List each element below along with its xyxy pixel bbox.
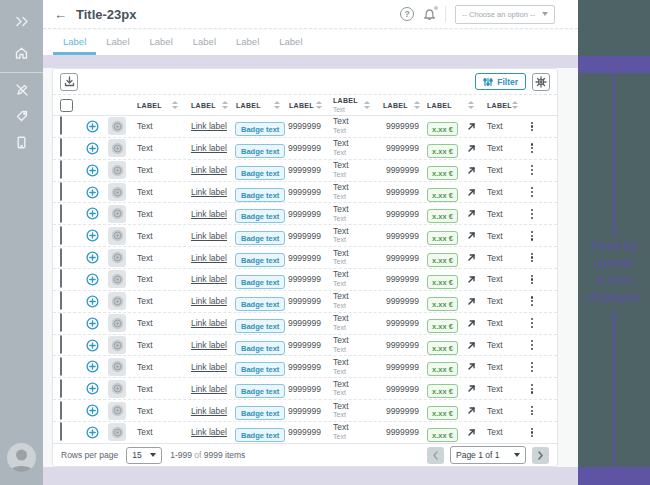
row-menu-button[interactable] — [531, 384, 533, 394]
select-all-checkbox[interactable] — [60, 99, 73, 112]
row-checkbox[interactable] — [60, 248, 62, 267]
add-row-button[interactable] — [86, 164, 99, 177]
open-link-button[interactable] — [467, 297, 476, 306]
cell-link[interactable]: Link label — [183, 340, 233, 350]
tab-2[interactable]: Label — [96, 30, 139, 55]
open-link-button[interactable] — [467, 188, 476, 197]
cell-link[interactable]: Link label — [183, 274, 233, 284]
sidebar-expand-button[interactable] — [0, 8, 43, 34]
sort-icon[interactable] — [316, 101, 322, 109]
sort-icon[interactable] — [414, 101, 420, 109]
open-link-button[interactable] — [467, 362, 476, 371]
row-checkbox[interactable] — [60, 313, 62, 332]
sidebar-item-home[interactable] — [0, 40, 43, 66]
row-menu-button[interactable] — [531, 406, 533, 416]
cell-link[interactable]: Link label — [183, 143, 233, 153]
cell-link[interactable]: Link label — [183, 318, 233, 328]
open-link-button[interactable] — [467, 319, 476, 328]
sort-icon[interactable] — [468, 101, 474, 109]
notifications-bell-icon[interactable] — [423, 7, 436, 21]
row-checkbox[interactable] — [60, 160, 62, 179]
cell-link[interactable]: Link label — [183, 296, 233, 306]
tab-3[interactable]: Label — [140, 30, 183, 55]
row-menu-button[interactable] — [531, 165, 533, 175]
tab-5[interactable]: Label — [226, 30, 269, 55]
sort-icon[interactable] — [274, 101, 280, 109]
row-checkbox[interactable] — [60, 204, 62, 223]
row-checkbox[interactable] — [60, 422, 62, 441]
row-checkbox[interactable] — [60, 335, 62, 354]
add-row-button[interactable] — [86, 317, 99, 330]
open-link-button[interactable] — [467, 231, 476, 240]
row-checkbox[interactable] — [60, 116, 62, 135]
download-button[interactable] — [60, 73, 78, 91]
row-checkbox[interactable] — [60, 291, 62, 310]
row-checkbox[interactable] — [60, 357, 62, 376]
add-row-button[interactable] — [86, 229, 99, 242]
cell-link[interactable]: Link label — [183, 384, 233, 394]
row-avatar[interactable] — [108, 314, 126, 332]
sort-icon[interactable] — [512, 101, 518, 109]
row-menu-button[interactable] — [531, 143, 533, 153]
sidebar-item-edit[interactable] — [0, 77, 43, 103]
rows-per-page-select[interactable]: 15 — [126, 447, 162, 464]
row-checkbox[interactable] — [60, 401, 62, 420]
row-avatar[interactable] — [108, 161, 126, 179]
row-avatar[interactable] — [108, 205, 126, 223]
cell-link[interactable]: Link label — [183, 121, 233, 131]
add-row-button[interactable] — [86, 426, 99, 439]
row-menu-button[interactable] — [531, 122, 533, 132]
user-avatar[interactable] — [7, 443, 36, 472]
sort-icon[interactable] — [172, 101, 178, 109]
row-avatar[interactable] — [108, 336, 126, 354]
add-row-button[interactable] — [86, 273, 99, 286]
row-avatar[interactable] — [108, 183, 126, 201]
add-row-button[interactable] — [86, 251, 99, 264]
cell-link[interactable]: Link label — [183, 209, 233, 219]
add-row-button[interactable] — [86, 339, 99, 352]
add-row-button[interactable] — [86, 382, 99, 395]
row-avatar[interactable] — [108, 139, 126, 157]
row-checkbox[interactable] — [60, 226, 62, 245]
row-avatar[interactable] — [108, 402, 126, 420]
add-row-button[interactable] — [86, 142, 99, 155]
row-avatar[interactable] — [108, 117, 126, 135]
open-link-button[interactable] — [467, 406, 476, 415]
row-checkbox[interactable] — [60, 182, 62, 201]
row-checkbox[interactable] — [60, 138, 62, 157]
open-link-button[interactable] — [467, 144, 476, 153]
row-checkbox[interactable] — [60, 379, 62, 398]
row-avatar[interactable] — [108, 270, 126, 288]
cell-link[interactable]: Link label — [183, 187, 233, 197]
row-checkbox[interactable] — [60, 269, 62, 288]
cell-link[interactable]: Link label — [183, 362, 233, 372]
row-menu-button[interactable] — [531, 209, 533, 219]
open-link-button[interactable] — [467, 341, 476, 350]
row-avatar[interactable] — [108, 227, 126, 245]
row-menu-button[interactable] — [531, 318, 533, 328]
add-row-button[interactable] — [86, 360, 99, 373]
cell-link[interactable]: Link label — [183, 165, 233, 175]
row-menu-button[interactable] — [531, 231, 533, 241]
row-menu-button[interactable] — [531, 428, 533, 438]
open-link-button[interactable] — [467, 166, 476, 175]
open-link-button[interactable] — [467, 275, 476, 284]
row-avatar[interactable] — [108, 358, 126, 376]
row-avatar[interactable] — [108, 249, 126, 267]
add-row-button[interactable] — [86, 120, 99, 133]
row-avatar[interactable] — [108, 380, 126, 398]
sidebar-item-tags[interactable] — [0, 103, 43, 129]
open-link-button[interactable] — [467, 122, 476, 131]
row-menu-button[interactable] — [531, 275, 533, 285]
sort-icon[interactable] — [222, 101, 228, 109]
cell-link[interactable]: Link label — [183, 231, 233, 241]
help-icon[interactable]: ? — [400, 7, 414, 21]
add-row-button[interactable] — [86, 186, 99, 199]
tab-1[interactable]: Label — [53, 30, 96, 55]
header-option-select[interactable]: -- Choose an option -- — [455, 5, 555, 24]
open-link-button[interactable] — [467, 209, 476, 218]
back-arrow-icon[interactable]: ← — [54, 8, 67, 21]
row-menu-button[interactable] — [531, 362, 533, 372]
open-link-button[interactable] — [467, 384, 476, 393]
previous-page-button[interactable] — [427, 447, 444, 464]
